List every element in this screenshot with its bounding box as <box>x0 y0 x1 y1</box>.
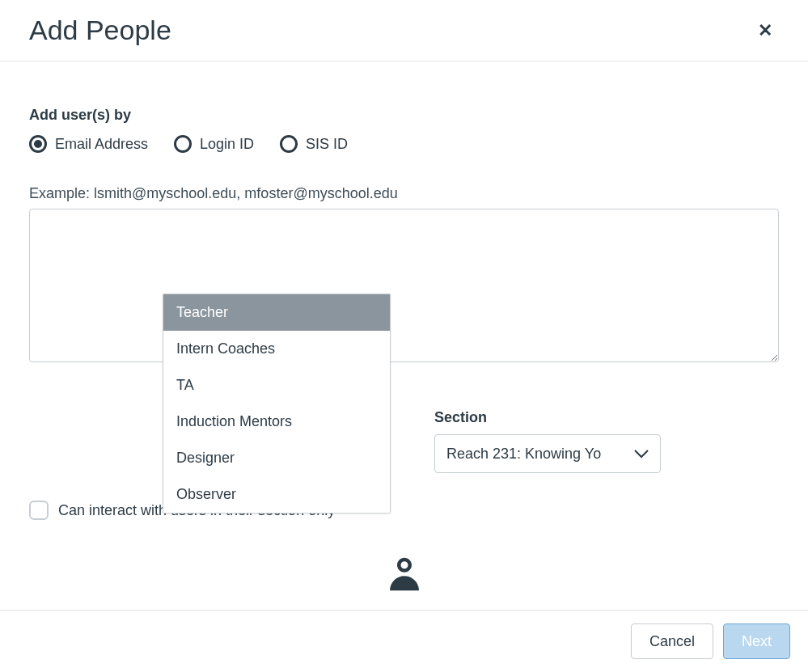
radio-label: Login ID <box>200 136 254 153</box>
role-option-observer[interactable]: Observer <box>163 476 390 513</box>
example-text: Example: lsmith@myschool.edu, mfoster@my… <box>29 185 779 202</box>
section-select[interactable]: Reach 231: Knowing Yo <box>434 434 661 473</box>
role-option-induction-mentors[interactable]: Induction Mentors <box>163 404 390 440</box>
radio-knob-icon <box>280 135 298 153</box>
section-only-checkbox[interactable] <box>29 501 49 520</box>
radio-label: Email Address <box>55 136 148 153</box>
chevron-down-icon <box>634 449 649 459</box>
radio-knob-icon <box>29 135 47 153</box>
add-by-label: Add user(s) by <box>29 107 779 124</box>
next-button[interactable]: Next <box>723 623 790 659</box>
modal-title: Add People <box>29 15 171 46</box>
user-icon <box>383 585 426 598</box>
close-icon[interactable]: ✕ <box>751 17 779 44</box>
radio-label: SIS ID <box>306 136 348 153</box>
users-input[interactable] <box>29 209 779 362</box>
section-label: Section <box>434 409 661 426</box>
radio-sis-id[interactable]: SIS ID <box>280 135 348 153</box>
radio-knob-icon <box>174 135 192 153</box>
role-option-designer[interactable]: Designer <box>163 440 390 476</box>
role-dropdown-panel: Teacher Intern Coaches TA Induction Ment… <box>163 294 391 514</box>
modal-footer: Cancel Next <box>0 610 808 672</box>
cancel-button[interactable]: Cancel <box>631 623 713 659</box>
radio-email-address[interactable]: Email Address <box>29 135 148 153</box>
section-select-value: Reach 231: Knowing Yo <box>446 446 601 463</box>
role-option-ta[interactable]: TA <box>163 367 390 404</box>
radio-login-id[interactable]: Login ID <box>174 135 254 153</box>
role-option-intern-coaches[interactable]: Intern Coaches <box>163 331 390 367</box>
role-option-teacher[interactable]: Teacher <box>163 294 390 331</box>
add-by-radio-group: Email Address Login ID SIS ID <box>29 135 779 153</box>
